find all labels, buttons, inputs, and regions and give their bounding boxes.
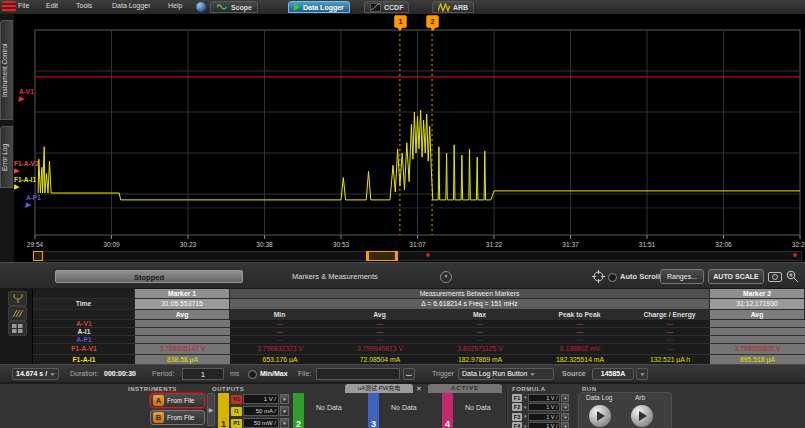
- formula-scale-select[interactable]: 1 V /: [528, 403, 560, 411]
- table-row-F1-A-V1: F1-A-V13.799905147 V3.796832323 V3.79994…: [33, 344, 805, 355]
- row-label[interactable]: A-P1: [33, 336, 135, 343]
- channel1-row-I1: I150 mA /▼: [231, 405, 289, 417]
- instrument-b-button[interactable]: B From File: [150, 410, 205, 425]
- row-label[interactable]: F1-A-V1: [33, 345, 135, 352]
- menu-data-logger[interactable]: Data Logger: [112, 2, 151, 9]
- tab-arb[interactable]: ARB: [432, 1, 474, 13]
- row-label[interactable]: A-I1: [33, 328, 135, 335]
- chevron-down-icon[interactable]: ▼: [561, 394, 569, 402]
- grid-view-icon[interactable]: [8, 321, 27, 336]
- marker-flag-2[interactable]: 2: [426, 15, 439, 28]
- row-label[interactable]: F1-A-I1: [33, 356, 135, 363]
- minmax-radio[interactable]: [248, 370, 257, 379]
- zoom-in-icon[interactable]: [786, 270, 799, 283]
- data-log-label: Data Log: [586, 394, 612, 401]
- period-unit: ms: [230, 370, 239, 377]
- marker1-title[interactable]: Marker 1: [135, 289, 230, 298]
- ranges-button[interactable]: Ranges...: [660, 269, 704, 284]
- formula-scale-select[interactable]: 1 V /: [528, 394, 560, 402]
- timeline-end-dot: [793, 253, 797, 257]
- timeline-scrollbar[interactable]: [35, 251, 802, 261]
- channel-4-bar[interactable]: 4: [442, 393, 453, 428]
- cell-avg: 3.799949813 V: [330, 345, 430, 352]
- chart-canvas[interactable]: 29:5430:0930:2330:3830:5331:0731:2231:37…: [14, 14, 805, 262]
- cell-p2p: ---: [530, 320, 630, 327]
- table-row-A-P1: A-P1---------------: [33, 336, 805, 344]
- sidebar-tab-instrument-control[interactable]: Instrument Control: [0, 20, 13, 120]
- channel-2-bar[interactable]: 2: [293, 393, 304, 428]
- chevron-down-icon[interactable]: ▼: [523, 424, 527, 428]
- formula-row-F4: F4▼1 V /▼: [512, 422, 569, 428]
- crosshair-icon[interactable]: [592, 270, 605, 283]
- row-label[interactable]: A-V1: [33, 320, 135, 327]
- marker-tool-icon[interactable]: [8, 291, 27, 306]
- info-orb-icon[interactable]: [196, 2, 206, 12]
- formula-badge[interactable]: F1: [512, 394, 522, 402]
- measure-tool-icon[interactable]: [8, 306, 27, 321]
- active-tab[interactable]: ACTIVE: [428, 384, 502, 393]
- chevron-down-icon[interactable]: ▼: [280, 406, 289, 416]
- sidebar-tab-error-log[interactable]: Error Log: [0, 126, 13, 188]
- run-state-button[interactable]: Stopped: [55, 270, 243, 283]
- trace-label-F1-A-I1[interactable]: F1-A-I1▶: [14, 176, 36, 190]
- scale-select[interactable]: 50 mA /: [243, 406, 279, 416]
- chevron-down-icon[interactable]: ▼: [561, 422, 569, 428]
- scale-select[interactable]: 50 mW /: [243, 418, 279, 428]
- formula-badge[interactable]: F3: [512, 413, 522, 421]
- menu-help[interactable]: Help: [168, 2, 182, 9]
- collapse-panel-icon[interactable]: ▼: [440, 271, 452, 283]
- file-input[interactable]: [316, 368, 400, 380]
- cell-m1: 838.58 µA: [135, 355, 230, 365]
- formula-scale-select[interactable]: 1 V /: [528, 422, 560, 428]
- channel-3-bar[interactable]: 3: [368, 393, 379, 428]
- trace-label-A-V1[interactable]: A-V1▶: [19, 88, 34, 102]
- scroll-handle[interactable]: [366, 251, 398, 261]
- scroll-home-button[interactable]: [33, 251, 43, 261]
- formula-badge[interactable]: F4: [512, 422, 522, 428]
- marker-flag-1[interactable]: 1: [394, 15, 407, 28]
- sample-rate-dropdown[interactable]: 14.674 s /▼: [12, 368, 59, 380]
- menu-file[interactable]: File: [18, 2, 29, 9]
- channel-1-bar[interactable]: 1: [218, 393, 229, 428]
- trace-label-F1-A-V1[interactable]: F1-A-V1▶: [14, 160, 39, 174]
- chevron-down-icon[interactable]: ▼: [523, 395, 527, 400]
- formula-scale-select[interactable]: 1 V /: [528, 413, 560, 421]
- tab-ccdf-label: CCDF: [384, 4, 403, 11]
- chevron-down-icon[interactable]: ▼: [523, 405, 527, 410]
- chevron-down-icon[interactable]: ▼: [523, 414, 527, 419]
- auto-scale-button[interactable]: AUTO SCALE: [708, 269, 764, 284]
- trigger-select[interactable]: Data Log Run Button▼: [458, 368, 554, 380]
- trace-label-A-P1[interactable]: A-P1▶: [26, 194, 41, 208]
- period-label: Period:: [152, 370, 174, 377]
- channel-1-number: 1: [218, 419, 229, 428]
- tab-scope[interactable]: Scope: [210, 1, 258, 13]
- menu-tools[interactable]: Tools: [76, 2, 92, 9]
- menu-edit[interactable]: Edit: [46, 2, 58, 9]
- play-icon: [294, 3, 300, 11]
- chevron-down-icon[interactable]: ▼: [561, 403, 569, 411]
- capture-icon[interactable]: [768, 270, 783, 283]
- col-min: Min: [230, 310, 330, 319]
- chevron-down-icon[interactable]: ▼: [280, 418, 289, 428]
- strip-chart[interactable]: 29:5430:0930:2330:3830:5331:0731:2231:37…: [14, 14, 805, 262]
- period-input[interactable]: [182, 368, 224, 380]
- browse-button[interactable]: ...: [403, 368, 415, 380]
- arb-run-button[interactable]: [631, 405, 653, 427]
- instrument-a-button[interactable]: A From File: [150, 393, 205, 408]
- chevron-down-icon[interactable]: ▼: [280, 394, 289, 404]
- tab-close-icon[interactable]: ✕: [416, 385, 422, 393]
- tab-ccdf[interactable]: CCDF: [364, 1, 409, 13]
- chevron-down-icon[interactable]: ▼: [561, 413, 569, 421]
- svg-text:30:09: 30:09: [103, 241, 120, 248]
- tab-data-logger[interactable]: Data Logger: [288, 1, 350, 13]
- channel1-row-P1: P150 mW /▼: [231, 417, 289, 428]
- source-dropdown-button[interactable]: ▼: [636, 368, 648, 380]
- auto-scroll-radio[interactable]: [608, 273, 617, 282]
- source-select[interactable]: 14585A: [592, 368, 634, 380]
- instruments-expander[interactable]: ▶: [207, 393, 215, 426]
- marker2-title[interactable]: Marker 2: [710, 289, 805, 298]
- data-log-run-button[interactable]: [589, 405, 611, 427]
- output-file-tab[interactable]: uA测试 PW充电: [345, 384, 413, 393]
- formula-badge[interactable]: F2: [512, 403, 522, 411]
- scale-select[interactable]: 1 V /: [243, 394, 279, 404]
